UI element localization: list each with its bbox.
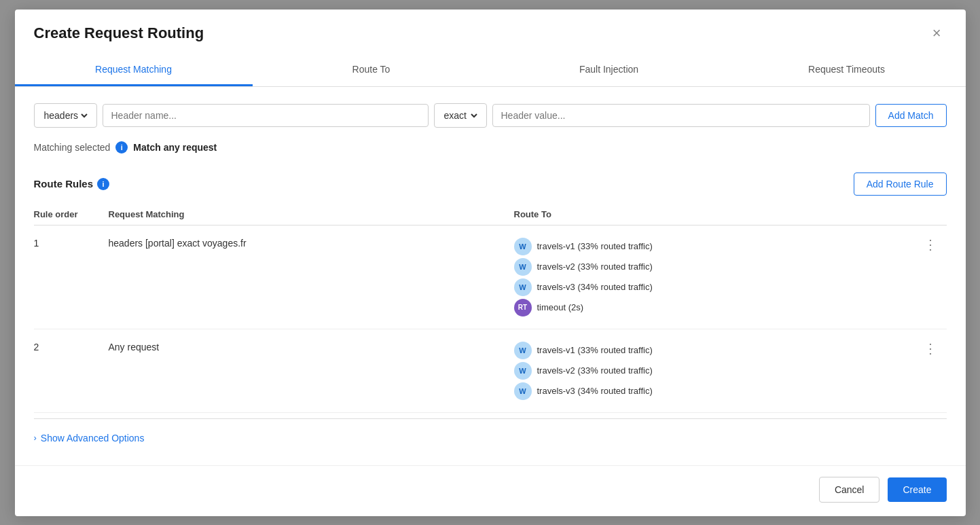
row-menu-button-1[interactable]: ⋮ — [920, 238, 941, 251]
rules-table: Rule order Request Matching Route To 1 h… — [34, 204, 947, 413]
table-row: 2 Any request W travels-v1 (33% routed t… — [34, 329, 947, 413]
tab-fault-injection[interactable]: Fault Injection — [490, 54, 728, 86]
type-select-box[interactable]: headers path method — [34, 103, 97, 128]
col-request-matching: Request Matching — [109, 209, 514, 219]
badge-w-icon: W — [514, 362, 532, 380]
modal-title: Create Request Routing — [34, 24, 204, 42]
filter-row: headers path method exact prefix regex A… — [34, 103, 947, 128]
route-rules-info-icon[interactable]: i — [97, 178, 109, 190]
advanced-options-toggle[interactable]: › Show Advanced Options — [34, 433, 947, 443]
tab-request-matching[interactable]: Request Matching — [15, 54, 253, 86]
matching-label: Matching selected — [34, 142, 111, 153]
matching-info-icon[interactable]: i — [115, 141, 128, 153]
route-text: travels-v3 (34% routed traffic) — [537, 386, 653, 396]
type-select[interactable]: headers path method — [41, 109, 90, 122]
match-select-box[interactable]: exact prefix regex — [434, 103, 487, 128]
route-text: timeout (2s) — [537, 302, 584, 312]
row-menu-button-2[interactable]: ⋮ — [920, 342, 941, 355]
col-route-to: Route To — [514, 209, 920, 219]
route-text: travels-v1 (33% routed traffic) — [537, 241, 653, 251]
add-route-rule-button[interactable]: Add Route Rule — [854, 173, 947, 196]
modal-overlay: Create Request Routing × Request Matchin… — [0, 0, 980, 525]
tab-request-timeouts[interactable]: Request Timeouts — [728, 54, 966, 86]
route-rules-header: Route Rules i Add Route Rule — [34, 173, 947, 196]
route-rules-title: Route Rules i — [34, 178, 110, 190]
badge-row: RT timeout (2s) — [514, 299, 920, 316]
route-badges-2: W travels-v1 (33% routed traffic) W trav… — [514, 342, 920, 400]
modal-container: Create Request Routing × Request Matchin… — [15, 10, 966, 516]
rule-matching-2: Any request — [109, 342, 514, 352]
rule-order-1: 1 — [34, 238, 109, 249]
modal-body: headers path method exact prefix regex A… — [15, 87, 966, 465]
badge-row: W travels-v2 (33% routed traffic) — [514, 258, 920, 276]
modal-footer: Cancel Create — [15, 465, 966, 516]
route-badges-1: W travels-v1 (33% routed traffic) W trav… — [514, 238, 920, 316]
badge-w-icon: W — [514, 342, 532, 359]
badge-w-icon: W — [514, 258, 532, 276]
badge-w-icon: W — [514, 278, 532, 296]
badge-row: W travels-v3 (34% routed traffic) — [514, 382, 920, 400]
rule-order-2: 2 — [34, 342, 109, 352]
modal-header: Create Request Routing × — [15, 10, 966, 43]
badge-row: W travels-v2 (33% routed traffic) — [514, 362, 920, 380]
create-button[interactable]: Create — [888, 477, 946, 502]
match-select[interactable]: exact prefix regex — [441, 109, 479, 122]
cancel-button[interactable]: Cancel — [819, 477, 880, 503]
badge-rt-icon: RT — [514, 299, 532, 316]
header-value-input[interactable] — [492, 104, 870, 127]
badge-w-icon: W — [514, 382, 532, 400]
table-row: 1 headers [portal] exact voyages.fr W tr… — [34, 225, 947, 329]
route-text: travels-v3 (34% routed traffic) — [537, 282, 653, 292]
tab-route-to[interactable]: Route To — [253, 54, 490, 86]
badge-row: W travels-v1 (33% routed traffic) — [514, 342, 920, 359]
route-text: travels-v2 (33% routed traffic) — [537, 365, 653, 376]
close-button[interactable]: × — [927, 23, 947, 43]
badge-w-icon: W — [514, 238, 532, 255]
route-text: travels-v2 (33% routed traffic) — [537, 261, 653, 272]
matching-bold-text: Match any request — [133, 142, 217, 153]
table-header-row: Rule order Request Matching Route To — [34, 204, 947, 225]
advanced-options-label: Show Advanced Options — [41, 433, 145, 443]
rule-matching-1: headers [portal] exact voyages.fr — [109, 238, 514, 249]
header-name-input[interactable] — [103, 104, 429, 127]
badge-row: W travels-v3 (34% routed traffic) — [514, 278, 920, 296]
badge-row: W travels-v1 (33% routed traffic) — [514, 238, 920, 255]
matching-row: Matching selected i Match any request — [34, 141, 947, 153]
divider — [34, 418, 947, 419]
chevron-right-icon: › — [34, 433, 37, 443]
add-match-button[interactable]: Add Match — [875, 104, 947, 127]
route-text: travels-v1 (33% routed traffic) — [537, 345, 653, 355]
col-rule-order: Rule order — [34, 209, 109, 219]
tabs-bar: Request Matching Route To Fault Injectio… — [15, 54, 966, 87]
